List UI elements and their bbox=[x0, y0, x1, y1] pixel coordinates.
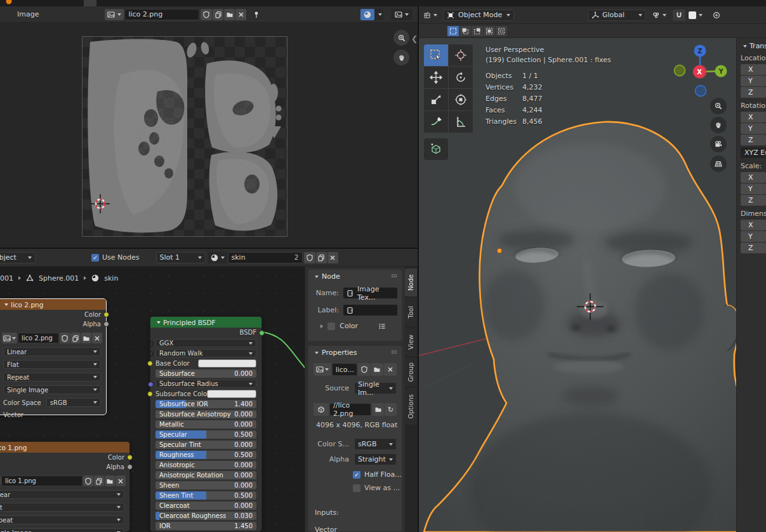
axis-field-x[interactable]: X bbox=[741, 112, 766, 123]
node-dropdown[interactable]: Repeat bbox=[3, 373, 101, 382]
drag-dots-icon[interactable] bbox=[390, 349, 398, 357]
bsdf-row[interactable]: Random Walk bbox=[155, 349, 256, 357]
axis-field-y[interactable]: Y bbox=[741, 76, 766, 86]
axis-field-x[interactable]: X bbox=[741, 64, 766, 75]
bsdf-row[interactable]: Subsurface IOR 1.400 bbox=[155, 400, 256, 408]
axis-field-z[interactable]: Z bbox=[741, 135, 766, 145]
image-datablock-icon[interactable] bbox=[0, 475, 1, 486]
folder-icon[interactable] bbox=[105, 475, 115, 486]
new-image-copy-icon[interactable] bbox=[213, 9, 223, 20]
bsdf-row[interactable]: Subsurface Radius bbox=[155, 380, 256, 388]
bsdf-row[interactable]: Metallic 0.000 bbox=[155, 420, 256, 429]
node-dropdown[interactable]: Flat bbox=[3, 360, 101, 369]
axis-field-z[interactable]: Z bbox=[741, 195, 766, 206]
fake-user-shield-icon[interactable] bbox=[358, 363, 371, 376]
workspace-tab[interactable] bbox=[84, 0, 96, 6]
viewport-menu[interactable] bbox=[553, 11, 565, 19]
image-name-field[interactable]: lico 2.png bbox=[124, 9, 199, 20]
snap-magnet-icon[interactable] bbox=[673, 10, 685, 21]
pin-icon[interactable] bbox=[253, 11, 260, 18]
node-dropdown[interactable]: Flat bbox=[0, 503, 124, 512]
fake-user-shield-icon[interactable] bbox=[83, 475, 93, 486]
colorspace-dropdown[interactable]: sRGB bbox=[46, 398, 101, 407]
bsdf-row[interactable]: Subsurface Anisotropy 0.000 bbox=[155, 410, 256, 418]
refresh-icon[interactable]: ↻ bbox=[385, 403, 397, 416]
bsdf-row[interactable]: Clearcoat Roughness 0.030 bbox=[155, 512, 256, 520]
shader-menu[interactable] bbox=[42, 253, 53, 262]
viewport-menu[interactable] bbox=[531, 11, 542, 19]
node-dropdown[interactable]: Single Image bbox=[3, 385, 101, 394]
bsdf-row[interactable]: Specular 0.500 bbox=[155, 430, 256, 439]
mode-dropdown[interactable]: Object Mode bbox=[443, 10, 514, 21]
alpha-dropdown[interactable]: Straight bbox=[354, 453, 397, 465]
image-texture-node-lico2[interactable]: lico 2.png Color Alpha lico 2.png Linear… bbox=[0, 298, 107, 415]
close-icon[interactable] bbox=[92, 333, 102, 343]
snap-target-icon[interactable] bbox=[650, 10, 669, 21]
workspace-tab[interactable] bbox=[135, 0, 147, 6]
zoom-icon[interactable] bbox=[393, 30, 409, 46]
node-dropdown[interactable]: Linear bbox=[0, 490, 124, 499]
select-mode-invert[interactable] bbox=[484, 26, 495, 36]
node-image-name[interactable]: lico 2.png bbox=[18, 333, 59, 343]
list-icon[interactable] bbox=[378, 323, 386, 330]
half-float-checkbox[interactable]: ✓ bbox=[353, 471, 360, 479]
viewport-menu[interactable] bbox=[519, 11, 531, 19]
unlink-close-icon[interactable] bbox=[235, 9, 246, 20]
sidebar-tab-group[interactable]: Group bbox=[405, 358, 417, 386]
transform-tool-icon[interactable] bbox=[449, 89, 473, 110]
select-mode-intersect[interactable] bbox=[496, 26, 507, 36]
proportional-editing-icon[interactable] bbox=[686, 10, 705, 21]
use-nodes-checkbox[interactable]: ✓ bbox=[91, 254, 99, 262]
node-dropdown[interactable]: Linear bbox=[3, 347, 101, 356]
topbar-menu[interactable] bbox=[18, 0, 29, 6]
workspace-tab[interactable] bbox=[198, 0, 211, 6]
close-icon[interactable] bbox=[116, 475, 126, 486]
fake-user-shield-icon[interactable] bbox=[60, 333, 70, 343]
measure-tool-icon[interactable] bbox=[449, 111, 473, 133]
colorspace-dropdown[interactable]: sRGB bbox=[354, 438, 397, 450]
editor-type-icon[interactable] bbox=[421, 10, 439, 21]
axis-field-z[interactable]: Z bbox=[741, 87, 766, 98]
bsdf-row[interactable]: Anisotropic 0.000 bbox=[155, 461, 256, 469]
axis-field-y[interactable]: Y bbox=[741, 123, 766, 134]
bsdf-row[interactable]: Subsurface Colo bbox=[155, 390, 256, 398]
node-label-field[interactable] bbox=[343, 304, 398, 316]
workspace-tab[interactable] bbox=[71, 0, 84, 6]
bsdf-row[interactable]: Roughness 0.500 bbox=[155, 451, 256, 459]
rotate-tool-icon[interactable] bbox=[449, 67, 473, 88]
drag-dots-icon[interactable] bbox=[390, 273, 398, 281]
copy-icon[interactable] bbox=[94, 475, 104, 486]
image-datablock-icon[interactable] bbox=[105, 9, 124, 20]
unlink-close-icon[interactable] bbox=[327, 252, 338, 263]
pan-hand-icon[interactable] bbox=[710, 117, 727, 133]
workspace-tab[interactable] bbox=[211, 0, 223, 6]
camera-view-icon[interactable] bbox=[710, 136, 727, 152]
workspace-tab[interactable] bbox=[173, 0, 185, 6]
add-cube-tool-icon[interactable] bbox=[424, 138, 448, 160]
users-count[interactable]: 2 bbox=[294, 253, 299, 262]
material-icon[interactable] bbox=[208, 252, 227, 263]
bsdf-row[interactable]: GGX bbox=[155, 339, 256, 347]
image-name[interactable]: lico... bbox=[332, 363, 357, 376]
bsdf-row[interactable]: Clearcoat 0.000 bbox=[155, 502, 256, 510]
select-box-tool-icon[interactable] bbox=[424, 44, 448, 66]
workspace-tab[interactable] bbox=[109, 0, 122, 6]
axis-field-y[interactable]: Y bbox=[741, 231, 766, 242]
folder-icon[interactable] bbox=[371, 363, 383, 376]
node-dropdown[interactable]: Repeat bbox=[0, 515, 124, 524]
bsdf-row[interactable]: Subsurface 0.000 bbox=[155, 369, 256, 378]
shader-menu[interactable] bbox=[76, 253, 88, 262]
image-texture-node-lico1[interactable]: lico 1.png Color Alpha lico 1.png Linear… bbox=[0, 441, 130, 532]
scale-tool-icon[interactable] bbox=[424, 89, 448, 110]
image-datablock-icon[interactable] bbox=[2, 333, 17, 343]
display-channels-dropdown[interactable] bbox=[374, 9, 383, 20]
fake-user-shield-icon[interactable] bbox=[201, 9, 212, 20]
pack-box-icon[interactable] bbox=[314, 403, 329, 416]
open-image-folder-icon[interactable] bbox=[224, 9, 235, 20]
color-expand-arrow[interactable] bbox=[320, 324, 323, 328]
workspace-tab[interactable] bbox=[96, 0, 109, 6]
select-mode-subtract[interactable] bbox=[472, 26, 483, 36]
node-image-name[interactable]: lico 1.png bbox=[1, 475, 83, 486]
gizmos-image-icon[interactable] bbox=[391, 9, 413, 20]
workspace-tab[interactable] bbox=[147, 0, 160, 6]
